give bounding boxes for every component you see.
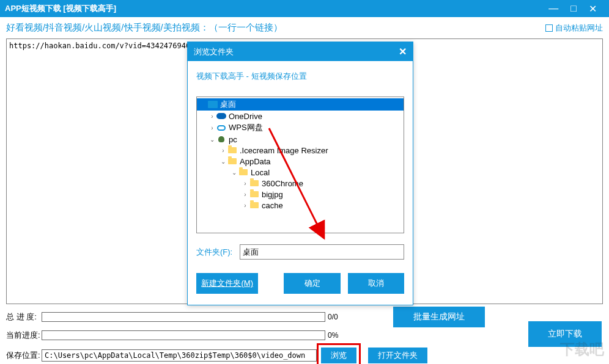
folder-icon: [227, 156, 237, 166]
dialog-description: 视频下载高手 - 短视频保存位置: [188, 61, 413, 87]
open-folder-button[interactable]: 打开文件夹: [368, 348, 427, 363]
browse-folder-dialog: 浏览文件夹 ✕ 视频下载高手 - 短视频保存位置 桌面›OneDrive›WPS…: [187, 42, 413, 305]
tree-item[interactable]: ›cache: [197, 200, 404, 211]
chevron-icon[interactable]: ⌄: [208, 136, 216, 143]
tree-item-label: .Icecream Image Resizer: [240, 146, 328, 155]
window-title: APP短视频下载 [视频下载高手]: [5, 3, 116, 14]
chevron-icon[interactable]: ›: [219, 147, 227, 154]
dialog-close-icon[interactable]: ✕: [399, 46, 407, 57]
dialog-buttons: 新建文件夹(M) 确定 取消: [188, 264, 413, 305]
new-folder-button[interactable]: 新建文件夹(M): [196, 273, 258, 294]
chevron-icon[interactable]: ›: [241, 191, 249, 198]
folder-name-input[interactable]: [240, 244, 404, 260]
tree-item-label: pc: [229, 135, 237, 144]
tree-item-label: cache: [262, 201, 283, 210]
tree-item[interactable]: ⌄Local: [197, 167, 404, 178]
tree-item-label: AppData: [240, 157, 271, 166]
instruction-row: 好看视频/抖音视频/火山视频/快手视频/美拍视频：（一行一个链接） 自动粘贴网址: [0, 17, 609, 38]
chevron-icon[interactable]: ⌄: [219, 158, 227, 165]
minimize-icon[interactable]: —: [548, 3, 558, 15]
cloud-outline-icon: [216, 123, 226, 133]
close-icon[interactable]: ✕: [589, 3, 597, 15]
window-controls: — □ ✕: [548, 3, 604, 15]
tree-item-label: bigjpg: [262, 190, 283, 199]
folder-icon: [249, 200, 259, 210]
dialog-title: 浏览文件夹: [194, 46, 234, 57]
total-progress-bar: [42, 312, 325, 322]
tree-item[interactable]: ›bigjpg: [197, 189, 404, 200]
chevron-icon[interactable]: ›: [208, 113, 216, 120]
batch-generate-button[interactable]: 批量生成网址: [393, 307, 485, 327]
cancel-button[interactable]: 取消: [348, 273, 404, 294]
ok-button[interactable]: 确定: [284, 273, 340, 294]
bottom-controls: 总 进 度: 0/0 批量生成网址 立即下载 当前进度: 0% 保存位置: 浏览…: [0, 304, 609, 364]
current-progress-label: 当前进度:: [6, 330, 42, 341]
tree-item[interactable]: ›OneDrive: [197, 111, 404, 122]
chevron-icon[interactable]: ›: [241, 180, 249, 187]
auto-paste-checkbox[interactable]: 自动粘贴网址: [545, 23, 603, 34]
tree-item-label: Local: [251, 168, 270, 177]
chevron-icon[interactable]: ⌄: [230, 169, 238, 176]
chevron-icon[interactable]: ›: [241, 202, 249, 209]
folder-label: 文件夹(F):: [196, 247, 232, 258]
folder-icon: [249, 178, 259, 188]
total-progress-text: 0/0: [325, 313, 338, 321]
tree-item-label: 桌面: [220, 99, 236, 110]
tree-item[interactable]: ⌄pc: [197, 134, 404, 145]
browse-button[interactable]: 浏览: [321, 348, 356, 363]
maximize-icon[interactable]: □: [570, 3, 577, 15]
tree-item[interactable]: ›360Chrome: [197, 178, 404, 189]
save-path-input[interactable]: [42, 349, 317, 362]
browse-highlight: 浏览: [317, 343, 361, 364]
instruction-text: 好看视频/抖音视频/火山视频/快手视频/美拍视频：（一行一个链接）: [6, 22, 282, 34]
window-titlebar: APP短视频下载 [视频下载高手] — □ ✕: [0, 0, 609, 17]
folder-icon: [227, 145, 237, 155]
tree-item[interactable]: ⌄AppData: [197, 156, 404, 167]
dialog-titlebar: 浏览文件夹 ✕: [188, 42, 413, 61]
cloud-icon: [216, 111, 226, 121]
tree-item[interactable]: ›WPS网盘: [197, 122, 404, 134]
current-progress-bar: [42, 330, 325, 340]
folder-icon: [238, 167, 248, 177]
folder-tree[interactable]: 桌面›OneDrive›WPS网盘⌄pc›.Icecream Image Res…: [196, 96, 404, 233]
checkbox-icon: [545, 24, 553, 32]
tree-item[interactable]: 桌面: [197, 98, 404, 111]
folder-name-row: 文件夹(F):: [188, 239, 413, 264]
tree-item-label: WPS网盘: [229, 122, 263, 133]
total-progress-label: 总 进 度:: [6, 311, 42, 322]
current-progress-text: 0%: [325, 331, 338, 340]
monitor-icon: [208, 100, 218, 109]
tree-item[interactable]: ›.Icecream Image Resizer: [197, 145, 404, 156]
save-path-label: 保存位置:: [6, 350, 42, 361]
tree-item-label: OneDrive: [229, 112, 262, 121]
tree-item-label: 360Chrome: [262, 179, 303, 188]
user-icon: [216, 134, 226, 144]
chevron-icon[interactable]: ›: [208, 125, 216, 131]
folder-icon: [249, 189, 259, 199]
watermark: 下载吧: [560, 340, 604, 359]
